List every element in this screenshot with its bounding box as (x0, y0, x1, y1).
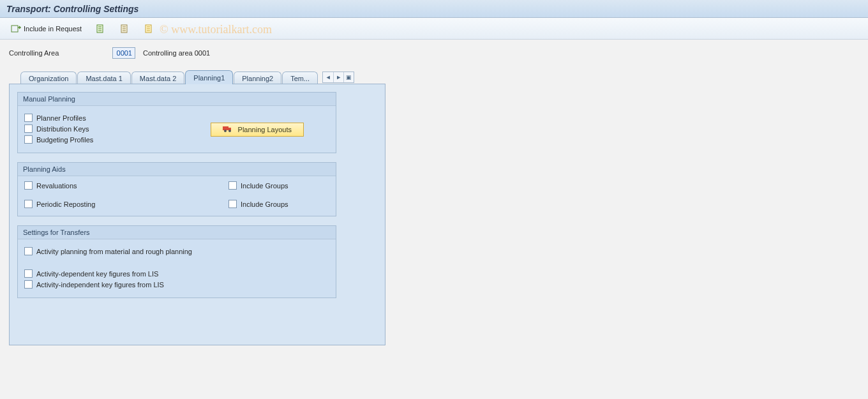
chk-activity-independent-label: Activity-independent key figures from LI… (36, 281, 164, 289)
tab-planning1[interactable]: Planning1 (185, 70, 233, 84)
chk-activity-material-label: Activity planning from material and roug… (36, 248, 192, 255)
chk-periodic-reposting[interactable]: Periodic Reposting (24, 200, 95, 208)
checkbox-icon (228, 181, 237, 190)
title-bar: Transport: Controlling Settings (0, 0, 868, 18)
checkbox-icon (228, 200, 237, 208)
content-area: Controlling Area 0001 Controlling area 0… (0, 40, 868, 354)
checkbox-icon (24, 269, 33, 278)
planning-layouts-button[interactable]: Planning Layouts (211, 123, 304, 137)
include-in-request-label: Include in Request (24, 25, 82, 33)
checkbox-icon (24, 114, 33, 122)
checkbox-icon (24, 124, 33, 133)
chk-distribution-keys[interactable]: Distribution Keys (24, 124, 89, 133)
document-icon (120, 24, 130, 34)
chk-revaluations[interactable]: Revaluations (24, 181, 77, 190)
truck-icon (223, 125, 233, 134)
controlling-area-value[interactable]: 0001 (112, 47, 135, 59)
chk-planner-profiles[interactable]: Planner Profiles (24, 114, 86, 122)
page-title: Transport: Controlling Settings (6, 4, 138, 14)
document-green-icon (96, 24, 106, 34)
document-yellow-icon (144, 24, 154, 34)
group-manual-planning: Manual Planning Planner Profiles (17, 92, 336, 153)
app-toolbar: Include in Request (0, 18, 868, 40)
svg-point-6 (224, 130, 227, 132)
chk-activity-material[interactable]: Activity planning from material and roug… (24, 247, 192, 255)
chk-activity-dependent-label: Activity-dependent key figures from LIS (36, 270, 158, 278)
svg-point-7 (228, 130, 231, 132)
chk-include-groups-1-label: Include Groups (241, 182, 288, 190)
tab-mastdata2[interactable]: Mast.data 2 (131, 72, 184, 84)
include-request-icon (11, 24, 21, 34)
checkbox-icon (24, 181, 33, 190)
tab-list-all[interactable]: ▣ (343, 72, 354, 82)
chk-periodic-reposting-label: Periodic Reposting (36, 200, 95, 208)
chk-activity-dependent[interactable]: Activity-dependent key figures from LIS (24, 269, 158, 278)
group-planning-aids: Planning Aids Revaluations Inc (17, 162, 336, 216)
chk-distribution-keys-label: Distribution Keys (36, 125, 89, 133)
chk-include-groups-1[interactable]: Include Groups (228, 181, 288, 190)
tab-organization[interactable]: Organization (20, 72, 77, 84)
toolbar-icon-button-3[interactable] (141, 22, 158, 36)
include-in-request-button[interactable]: Include in Request (8, 22, 85, 36)
group-settings-transfers: Settings for Transfers Activity planning… (17, 225, 336, 298)
chk-budgeting-profiles-label: Budgeting Profiles (36, 136, 93, 144)
tab-templates[interactable]: Tem... (282, 72, 318, 84)
group-manual-planning-title: Manual Planning (18, 93, 336, 106)
svg-rect-0 (11, 26, 18, 32)
checkbox-icon (24, 200, 33, 208)
tab-scroll-controls: ◄ ► ▣ (322, 72, 354, 83)
checkbox-icon (24, 280, 33, 289)
toolbar-icon-button-1[interactable] (93, 22, 109, 36)
tab-scroll-left[interactable]: ◄ (323, 72, 333, 82)
tab-strip: Organization Mast.data 1 Mast.data 2 Pla… (20, 70, 385, 84)
tab-scroll-right[interactable]: ► (333, 72, 343, 82)
checkbox-icon (24, 135, 33, 144)
controlling-area-row: Controlling Area 0001 Controlling area 0… (9, 47, 859, 59)
controlling-area-desc: Controlling area 0001 (143, 49, 210, 57)
controlling-area-label: Controlling Area (9, 49, 105, 57)
chk-revaluations-label: Revaluations (36, 182, 77, 190)
tab-planning2[interactable]: Planning2 (234, 72, 281, 84)
chk-activity-independent[interactable]: Activity-independent key figures from LI… (24, 280, 164, 289)
planning-layouts-label: Planning Layouts (238, 126, 292, 133)
tab-panel-planning1: Manual Planning Planner Profiles (9, 84, 385, 345)
tab-host: Organization Mast.data 1 Mast.data 2 Pla… (9, 70, 385, 346)
toolbar-icon-button-2[interactable] (117, 22, 133, 36)
group-settings-transfers-title: Settings for Transfers (18, 226, 336, 239)
tab-mastdata1[interactable]: Mast.data 1 (77, 72, 130, 84)
chk-budgeting-profiles[interactable]: Budgeting Profiles (24, 135, 93, 144)
checkbox-icon (24, 247, 33, 255)
chk-include-groups-2[interactable]: Include Groups (228, 200, 288, 208)
chk-planner-profiles-label: Planner Profiles (36, 114, 86, 122)
group-planning-aids-title: Planning Aids (18, 163, 336, 176)
chk-include-groups-2-label: Include Groups (241, 200, 288, 208)
